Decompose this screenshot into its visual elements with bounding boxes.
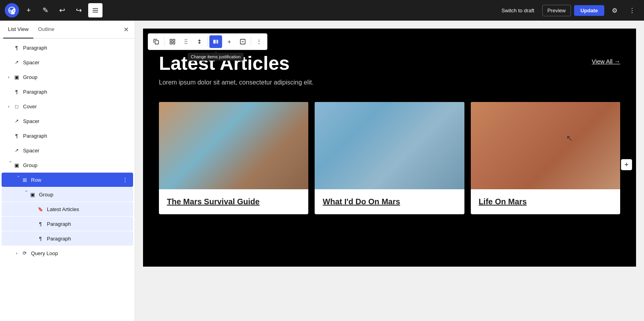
block-label: Spacer	[23, 118, 130, 124]
spacer-icon: ↗	[13, 117, 21, 125]
tab-outline[interactable]: Outline	[33, 21, 59, 38]
tab-list-view[interactable]: List View	[3, 21, 33, 38]
chevron-down-icon: ›	[5, 161, 13, 169]
article-card-3[interactable]: Life On Mars	[471, 102, 620, 214]
paragraph-icon: ¶	[13, 132, 21, 140]
article-card-1[interactable]: The Mars Survival Guide	[159, 102, 308, 214]
settings-button[interactable]: ⚙	[607, 3, 622, 17]
edit-mode-button[interactable]: ✎	[38, 3, 52, 17]
list-item-group-3[interactable]: › ▣ Group	[2, 187, 133, 202]
expand-placeholder	[5, 88, 13, 96]
list-item-paragraph-1[interactable]: ¶ Paragraph	[2, 40, 133, 55]
justify-button[interactable]	[209, 35, 222, 48]
svg-rect-0	[93, 8, 98, 9]
block-label: Latest Articles	[47, 206, 130, 212]
svg-rect-3	[155, 40, 159, 44]
toolbar-divider-3	[251, 37, 251, 46]
block-label: Cover	[23, 104, 130, 110]
toolbar-divider	[164, 37, 164, 46]
block-label: Paragraph	[23, 133, 130, 139]
more-options-button[interactable]: ⋮	[625, 3, 639, 17]
undo-button[interactable]: ↩	[55, 3, 69, 17]
block-label: Paragraph	[23, 45, 130, 51]
topbar-right: Switch to draft Preview Update ⚙ ⋮	[497, 3, 639, 17]
block-toolbar: Change items justification + ⋮	[148, 33, 267, 50]
query-loop-icon: ⟳	[21, 249, 29, 257]
spacer-icon: ↗	[13, 58, 21, 66]
article-title-3[interactable]: Life On Mars	[479, 197, 612, 206]
article-body-3: Life On Mars	[471, 189, 620, 214]
block-label: Query Loop	[31, 250, 130, 256]
article-title-1[interactable]: The Mars Survival Guide	[167, 197, 300, 206]
expand-placeholder	[5, 58, 13, 66]
more-block-options-button[interactable]: ⋮	[253, 35, 265, 48]
preview-button[interactable]: Preview	[542, 5, 571, 16]
article-card-2[interactable]: What I'd Do On Mars	[315, 102, 464, 214]
svg-point-13	[186, 43, 187, 44]
svg-rect-14	[213, 40, 215, 43]
group-icon: ▣	[29, 190, 37, 198]
list-item-group-2[interactable]: › ▣ Group	[2, 158, 133, 172]
topbar-left: + ✎ ↩ ↪	[5, 3, 102, 17]
list-item-paragraph-4[interactable]: ¶ Paragraph	[2, 217, 133, 231]
block-label: Spacer	[23, 60, 130, 65]
article-image-3	[471, 102, 620, 189]
list-item-spacer-3[interactable]: ↗ Spacer	[2, 143, 133, 158]
list-view-button[interactable]	[88, 3, 102, 17]
justify-button-container: Change items justification	[209, 35, 222, 48]
chevron-right-icon: ›	[5, 73, 13, 81]
svg-point-11	[186, 41, 187, 42]
svg-rect-16	[217, 40, 218, 43]
spacer-icon: ↗	[13, 146, 21, 154]
list-item-cover[interactable]: › □ Cover	[2, 99, 133, 113]
block-label: Group	[23, 162, 130, 168]
list-item-paragraph-3[interactable]: ¶ Paragraph	[2, 129, 133, 143]
canvas-area: Change items justification + ⋮ Latest Ar…	[135, 21, 644, 321]
block-label: Paragraph	[47, 221, 130, 227]
list-item-spacer-2[interactable]: ↗ Spacer	[2, 114, 133, 128]
sidebar: List View Outline ✕ ¶ Paragraph ↗ Spacer…	[0, 21, 135, 321]
block-label: Spacer	[23, 148, 130, 154]
svg-rect-15	[216, 40, 217, 43]
article-body-1: The Mars Survival Guide	[159, 189, 308, 214]
list-item-group-1[interactable]: › ▣ Group	[2, 70, 133, 84]
list-item-query-loop[interactable]: › ⟳ Query Loop	[2, 246, 133, 260]
move-button[interactable]	[193, 35, 206, 48]
svg-rect-5	[173, 39, 175, 41]
redo-button[interactable]: ↪	[72, 3, 86, 17]
block-label: Paragraph	[23, 89, 130, 95]
align-button[interactable]	[166, 35, 179, 48]
article-title-2[interactable]: What I'd Do On Mars	[323, 197, 456, 206]
list-item-latest-articles[interactable]: 🔖 Latest Articles	[2, 202, 133, 216]
svg-rect-2	[93, 12, 98, 13]
view-all-link[interactable]: View All →	[592, 58, 620, 65]
topbar: + ✎ ↩ ↪ Switch to draft Preview Update ⚙…	[0, 0, 644, 21]
sidebar-close-button[interactable]: ✕	[120, 24, 132, 35]
expand-placeholder	[5, 117, 13, 125]
list-item-paragraph-5[interactable]: ¶ Paragraph	[2, 231, 133, 246]
paragraph-icon: ¶	[37, 235, 44, 242]
list-view-items: ¶ Paragraph ↗ Spacer › ▣ Group ¶ Paragra…	[0, 38, 135, 262]
list-item-spacer-1[interactable]: ↗ Spacer	[2, 55, 133, 69]
sidebar-tabs: List View Outline ✕	[0, 21, 135, 38]
chevron-down-icon: ›	[13, 176, 21, 184]
expand-placeholder	[29, 235, 37, 242]
latest-articles-icon: 🔖	[37, 205, 44, 213]
wrap-button[interactable]	[236, 35, 249, 48]
duplicate-block-button[interactable]	[150, 35, 162, 48]
switch-to-draft-button[interactable]: Switch to draft	[497, 5, 539, 16]
update-button[interactable]: Update	[574, 5, 604, 16]
list-item-row[interactable]: › ⊞ Row ⋮	[2, 173, 133, 187]
list-item-paragraph-2[interactable]: ¶ Paragraph	[2, 85, 133, 99]
add-block-topbar-button[interactable]: +	[21, 3, 36, 17]
row-options-icon[interactable]: ⋮	[120, 175, 130, 185]
svg-rect-7	[173, 42, 175, 44]
article-image-1	[159, 102, 308, 189]
drag-handle-button[interactable]	[180, 35, 192, 48]
add-block-canvas-button[interactable]: +	[621, 159, 632, 170]
section-title: Latest Articles	[159, 52, 290, 74]
svg-rect-1	[93, 10, 98, 11]
wordpress-logo[interactable]	[5, 3, 19, 17]
section-title-row: Latest Articles View All →	[159, 52, 620, 79]
add-inline-button[interactable]: +	[223, 35, 236, 48]
